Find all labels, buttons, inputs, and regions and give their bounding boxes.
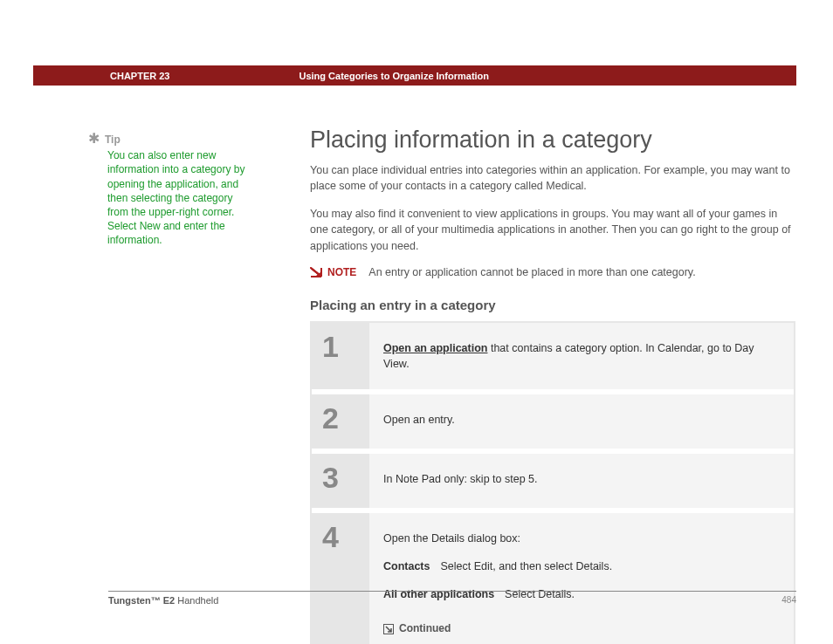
chapter-title: Using Categories to Organize Information: [299, 71, 489, 81]
note-line: NOTE An entry or application cannot be p…: [310, 266, 795, 278]
footer-product: Tungsten™ E2 Handheld: [108, 595, 218, 606]
step-row: 4 Open the Details dialog box: ContactsS…: [312, 508, 794, 644]
tip-body: You can also enter new information into …: [88, 148, 252, 247]
step-number: 4: [312, 513, 369, 644]
detail-row: ContactsSelect Edit, and then select Det…: [383, 558, 780, 574]
footer-product-rest: Handheld: [175, 595, 218, 606]
note-label: NOTE: [327, 266, 356, 278]
page-footer: Tungsten™ E2 Handheld 484: [108, 591, 796, 606]
asterisk-icon: ✱: [88, 132, 100, 146]
step-number: 1: [312, 323, 369, 389]
footer-product-bold: Tungsten™ E2: [108, 595, 175, 606]
page: CHAPTER 23 Using Categories to Organize …: [0, 0, 833, 644]
intro-paragraph-1: You can place individual entries into ca…: [310, 162, 795, 194]
tip-label: Tip: [105, 133, 120, 147]
step-body: Open the Details dialog box: ContactsSel…: [369, 513, 794, 644]
note-icon: [310, 267, 322, 277]
step-row: 2 Open an entry.: [312, 389, 794, 449]
intro-paragraph-2: You may also find it convenient to view …: [310, 206, 795, 253]
step-body: Open an entry.: [369, 394, 794, 449]
step-body: In Note Pad only: skip to step 5.: [369, 454, 794, 508]
step-body: Open an application that contains a cate…: [369, 323, 794, 389]
step-row: 1 Open an application that contains a ca…: [312, 323, 794, 389]
step-intro: Open the Details dialog box:: [383, 531, 780, 546]
detail-text: Select Edit, and then select Details.: [440, 560, 612, 572]
step-number: 3: [312, 454, 369, 508]
footer-page-number: 484: [781, 595, 796, 606]
note-text: An entry or application cannot be placed…: [368, 266, 695, 278]
continued-arrow-icon: [383, 624, 394, 634]
chapter-label: CHAPTER 23: [110, 71, 169, 81]
section-heading: Placing an entry in a category: [310, 298, 795, 312]
tip-sidebar: ✱ Tip You can also enter new information…: [88, 133, 252, 248]
chapter-header: CHAPTER 23 Using Categories to Organize …: [33, 65, 796, 86]
page-title: Placing information in a category: [310, 127, 795, 154]
continued-row: Continued: [383, 621, 780, 636]
step-number: 2: [312, 394, 369, 449]
step-row: 3 In Note Pad only: skip to step 5.: [312, 449, 794, 508]
continued-label: Continued: [399, 621, 451, 636]
open-application-link[interactable]: Open an application: [383, 342, 487, 354]
detail-label: Contacts: [383, 560, 430, 572]
main-content: Placing information in a category You ca…: [310, 127, 795, 644]
